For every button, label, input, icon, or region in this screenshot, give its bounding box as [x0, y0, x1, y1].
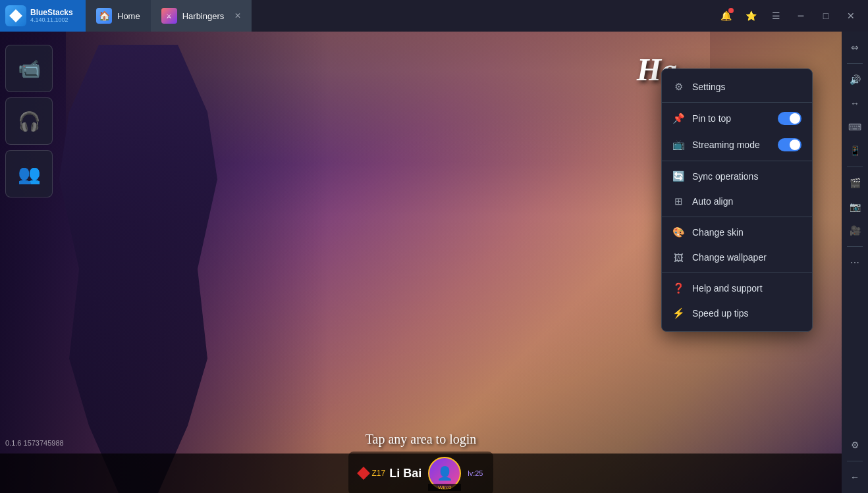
home-tab-label: Home	[117, 11, 140, 21]
menu-item-change-skin[interactable]: 🎨 Change skin	[662, 220, 812, 245]
menu-separator-2	[662, 161, 812, 161]
window-controls: 🔔 ⭐ ☰ − □ ✕	[714, 4, 868, 28]
player-rank: Z17	[372, 469, 386, 478]
home-tab-icon: 🏠	[96, 8, 112, 24]
player-name: Li Bai	[389, 467, 421, 480]
dropdown-menu: ⚙ Settings 📌 Pin to top 📺 Streaming mode…	[661, 68, 813, 332]
rs-keyboard-button[interactable]: ⌨	[844, 117, 865, 138]
rs-screenshot-button[interactable]: 📷	[844, 196, 865, 217]
title-bar: BlueStacks 4.140.11.1002 🏠 Home ⚔ Harbin…	[0, 0, 868, 32]
rs-separator-3	[847, 246, 863, 247]
menu-item-streaming-mode[interactable]: 📺 Streaming mode	[662, 132, 812, 158]
rs-device-button[interactable]: 📱	[844, 140, 865, 161]
auto-align-label: Auto align	[692, 196, 801, 207]
rs-video-button[interactable]: 🎥	[844, 220, 865, 241]
close-button[interactable]: ✕	[839, 4, 863, 28]
tab-home[interactable]: 🏠 Home	[86, 0, 151, 32]
streaming-mode-label: Streaming mode	[692, 140, 770, 150]
rs-settings-button[interactable]: ⚙	[844, 434, 865, 455]
camera-button[interactable]: 📹	[5, 45, 53, 92]
tab-close-button[interactable]: ✕	[234, 11, 241, 20]
menu-item-help-support[interactable]: ❓ Help and support	[662, 276, 812, 301]
bluestacks-icon	[5, 5, 26, 26]
game-tab-icon: ⚔	[161, 8, 177, 24]
left-sidebar: 📹 🎧 👥	[5, 45, 53, 197]
pin-to-top-label: Pin to top	[692, 113, 770, 124]
rs-expand-button[interactable]: ⇔	[844, 37, 865, 58]
pin-to-top-toggle[interactable]	[778, 112, 801, 125]
bluestacks-logo: BlueStacks 4.140.11.1002	[0, 0, 86, 32]
menu-separator-4	[662, 272, 812, 273]
rs-record-button[interactable]: 🎬	[844, 172, 865, 194]
rs-separator-1	[847, 63, 863, 64]
rs-separator-2	[847, 167, 863, 167]
app-name: BlueStacks	[30, 9, 73, 16]
sync-icon: 🔄	[672, 170, 684, 182]
menu-separator-3	[662, 217, 812, 217]
bluestacks-text: BlueStacks 4.140.11.1002	[30, 9, 73, 23]
menu-item-speed-up[interactable]: ⚡ Speed up tips	[662, 301, 812, 326]
player-level: lv:25	[468, 469, 483, 477]
bs-diamond-shape	[9, 9, 22, 22]
settings-icon: ⚙	[672, 81, 684, 93]
menu-item-settings[interactable]: ⚙ Settings	[662, 74, 812, 99]
help-icon: ❓	[672, 282, 684, 294]
player-card: Z17 Li Bai 👤 Win:0 lv:25	[348, 452, 494, 493]
rs-more-button[interactable]: ⋯	[844, 252, 865, 273]
app-version: 4.140.11.1002	[30, 16, 73, 23]
speed-up-label: Speed up tips	[692, 308, 801, 319]
pin-icon: 📌	[672, 113, 684, 124]
menu-item-auto-align[interactable]: ⊞ Auto align	[662, 189, 812, 214]
help-support-label: Help and support	[692, 283, 801, 294]
users-button[interactable]: 👥	[5, 150, 53, 197]
speedup-icon: ⚡	[672, 307, 684, 319]
right-sidebar: ⇔ 🔊 ↔ ⌨ 📱 🎬 📷 🎥 ⋯ ⚙ ←	[842, 32, 868, 493]
streaming-mode-toggle[interactable]	[778, 138, 801, 151]
skin-icon: 🎨	[672, 226, 684, 238]
rs-volume-button[interactable]: 🔊	[844, 69, 865, 90]
change-skin-label: Change skin	[692, 227, 801, 238]
wallpaper-icon: 🖼	[672, 251, 684, 263]
notification-button[interactable]: 🔔	[714, 4, 738, 28]
headset-button[interactable]: 🎧	[5, 97, 53, 145]
menu-separator-1	[662, 102, 812, 103]
main-content: 📹 🎧 👥 Ha Tap any area to login 0.1.6 157…	[0, 32, 842, 493]
maximize-button[interactable]: □	[814, 4, 838, 28]
sync-operations-label: Sync operations	[692, 171, 801, 182]
menu-item-pin-to-top[interactable]: 📌 Pin to top	[662, 105, 812, 132]
player-avatar-wrapper: 👤 Win:0	[428, 457, 461, 490]
login-text: Tap any area to login	[366, 432, 477, 447]
rs-back-button[interactable]: ←	[844, 467, 865, 488]
star-button[interactable]: ⭐	[739, 4, 763, 28]
menu-item-change-wallpaper[interactable]: 🖼 Change wallpaper	[662, 245, 812, 270]
version-text: 0.1.6 1573745988	[5, 439, 64, 447]
settings-label: Settings	[692, 82, 801, 92]
menu-button[interactable]: ☰	[764, 4, 788, 28]
rs-resize-button[interactable]: ↔	[844, 93, 865, 114]
game-tab-label: Harbingers	[182, 11, 225, 21]
align-icon: ⊞	[672, 195, 684, 207]
minimize-button[interactable]: −	[789, 4, 813, 28]
game-bottom-bar: Z17 Li Bai 👤 Win:0 lv:25	[0, 454, 842, 493]
notification-dot	[728, 8, 734, 13]
streaming-icon: 📺	[672, 139, 684, 151]
change-wallpaper-label: Change wallpaper	[692, 252, 801, 263]
menu-item-sync-operations[interactable]: 🔄 Sync operations	[662, 164, 812, 189]
rank-diamond-icon	[357, 467, 370, 480]
rs-separator-4	[847, 461, 863, 461]
win-badge: Win:0	[428, 484, 461, 491]
tab-harbingers[interactable]: ⚔ Harbingers ✕	[151, 0, 252, 32]
